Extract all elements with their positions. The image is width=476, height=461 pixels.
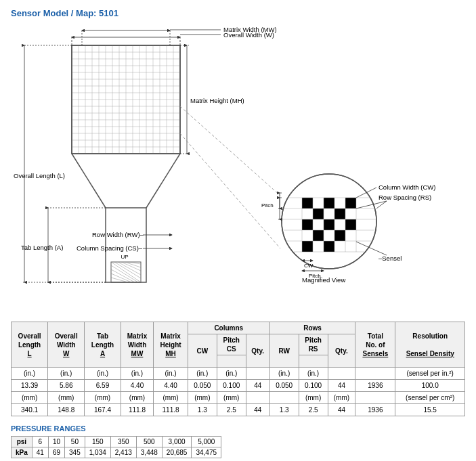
kpa-val-3: 345	[65, 447, 85, 458]
specs-table-wrapper: OverallLengthL OverallWidthW TabLengthA …	[11, 322, 465, 416]
val-mw-in: 4.40	[121, 380, 154, 392]
unit-cw-in: (in.)	[188, 368, 217, 380]
psi-val-4: 150	[85, 437, 110, 447]
col-overall-length: OverallLengthL	[12, 322, 48, 368]
unit-mw-in: (in.)	[121, 368, 154, 380]
unit-mh-mm: (mm)	[154, 392, 188, 404]
val-rowqty-mm: 44	[328, 404, 355, 416]
kpa-val-2: 69	[48, 447, 64, 458]
col-pitch-cs-label: PitchCS	[217, 334, 246, 355]
unit-rs-in: (in.)	[299, 368, 328, 380]
psi-val-7: 3,000	[162, 437, 192, 447]
unit-l-in: (in.)	[12, 368, 48, 380]
unit-colqty-in	[246, 368, 269, 380]
col-matrix-height: MatrixHeightMH	[154, 322, 188, 368]
psi-val-5: 350	[110, 437, 136, 447]
psi-val-6: 500	[136, 437, 162, 447]
svg-text:Row Width (RW)–: Row Width (RW)–	[92, 231, 144, 238]
psi-val-2: 10	[48, 437, 64, 447]
psi-val-1: 6	[32, 437, 48, 447]
val-cw-mm: 1.3	[188, 404, 217, 416]
col-rw: RW	[269, 334, 299, 368]
unit-mh-in: (in.)	[154, 368, 188, 380]
val-density-mm: 15.5	[395, 404, 465, 416]
svg-rect-81	[324, 219, 334, 230]
pressure-psi-row: psi 6 10 50 150 350 500 3,000 5,000	[12, 437, 221, 447]
unit-cw-mm: (mm)	[188, 392, 217, 404]
val-rs-in: 0.100	[299, 380, 328, 392]
col-row-qty: Qty.	[328, 334, 355, 368]
kpa-val-6: 3,448	[136, 447, 162, 458]
unit-density-mm: (sensel per cm²)	[395, 392, 465, 404]
val-sensels-mm: 1936	[355, 404, 395, 416]
val-a-mm: 167.4	[85, 404, 121, 416]
svg-text:Matrix Width (MW): Matrix Width (MW)	[223, 26, 277, 33]
svg-rect-77	[345, 198, 356, 208]
svg-text:Column Width (CW): Column Width (CW)	[378, 183, 435, 191]
svg-rect-80	[302, 219, 313, 230]
unit-rowqty-mm: (mm)	[328, 392, 355, 404]
val-mw-mm: 111.8	[121, 404, 154, 416]
col-overall-width: OverallWidthW	[48, 322, 85, 368]
psi-label: psi	[12, 437, 33, 447]
val-w-mm: 148.8	[48, 404, 85, 416]
svg-text:CW: CW	[304, 263, 313, 269]
svg-text:Tab Length (A): Tab Length (A)	[21, 244, 63, 251]
unit-cs-in: (in.)	[217, 368, 246, 380]
col-columns-group: Columns	[188, 322, 269, 334]
svg-text:UP: UP	[121, 254, 128, 260]
kpa-val-1: 41	[32, 447, 48, 458]
pressure-kpa-row: kPa 41 69 345 1,034 2,413 3,448 20,685 3…	[12, 447, 221, 458]
unit-w-mm: (mm)	[48, 392, 85, 404]
val-colqty-mm: 44	[246, 404, 269, 416]
psi-val-8: 5,000	[192, 437, 221, 447]
col-cs-val	[217, 355, 246, 368]
pressure-table: psi 6 10 50 150 350 500 3,000 5,000 kPa …	[11, 436, 221, 458]
val-cs-mm: 2.5	[217, 404, 246, 416]
unit-mw-mm: (mm)	[121, 392, 154, 404]
val-a-in: 6.59	[85, 380, 121, 392]
svg-rect-83	[313, 230, 324, 241]
unit-a-mm: (mm)	[85, 392, 121, 404]
val-l-in: 13.39	[12, 380, 48, 392]
header-row-1: OverallLengthL OverallWidthW TabLengthA …	[12, 322, 465, 334]
unit-colqty-mm	[246, 392, 269, 404]
val-rowqty-in: 44	[328, 380, 355, 392]
kpa-label: kPa	[12, 447, 33, 458]
page-title: Sensor Model / Map: 5101	[11, 8, 465, 18]
unit-rowqty-in	[328, 368, 355, 380]
val-density-in: 100.0	[395, 380, 465, 392]
col-total-sensels: TotalNo. ofSensels	[355, 322, 395, 368]
units-row-in: (in.) (in.) (in.) (in.) (in.) (in.) (in.…	[12, 368, 465, 380]
svg-text:Column Spacing (CS)–: Column Spacing (CS)–	[77, 244, 143, 252]
unit-a-in: (in.)	[85, 368, 121, 380]
svg-line-33	[146, 154, 180, 208]
col-col-qty: Qty.	[246, 334, 269, 368]
unit-density-in: (sensel per in.²)	[395, 368, 465, 380]
val-mh-mm: 111.8	[154, 404, 188, 416]
svg-rect-79	[334, 208, 345, 219]
psi-val-3: 50	[65, 437, 85, 447]
col-resolution: ResolutionSensel Density	[395, 322, 465, 368]
pressure-ranges-title: PRESSURE RANGES	[11, 424, 465, 433]
svg-text:Overall Length (L): Overall Length (L)	[14, 172, 65, 179]
svg-text:–Sensel: –Sensel	[378, 255, 402, 262]
unit-rw-in: (in.)	[269, 368, 299, 380]
col-tab-length: TabLengthA	[85, 322, 121, 368]
svg-text:Row Spacing (RS): Row Spacing (RS)	[378, 194, 431, 201]
val-l-mm: 340.1	[12, 404, 48, 416]
val-mh-in: 4.40	[154, 380, 188, 392]
sensor-diagram: UP Overall Width (W) Matrix Width (MW) M…	[11, 25, 464, 316]
val-colqty-in: 44	[246, 380, 269, 392]
svg-text:Pitch: Pitch	[261, 202, 274, 208]
unit-sensels-in	[355, 368, 395, 380]
kpa-val-4: 1,034	[85, 447, 110, 458]
col-rs-val	[299, 355, 328, 368]
svg-line-32	[72, 154, 106, 208]
col-matrix-width: MatrixWidthMW	[121, 322, 154, 368]
svg-rect-76	[324, 198, 334, 208]
val-cs-in: 0.100	[217, 380, 246, 392]
values-row-mm: 340.1 148.8 167.4 111.8 111.8 1.3 2.5 44…	[12, 404, 465, 416]
col-pitch-rs-label: PitchRS	[299, 334, 328, 355]
values-row-in: 13.39 5.86 6.59 4.40 4.40 0.050 0.100 44…	[12, 380, 465, 392]
